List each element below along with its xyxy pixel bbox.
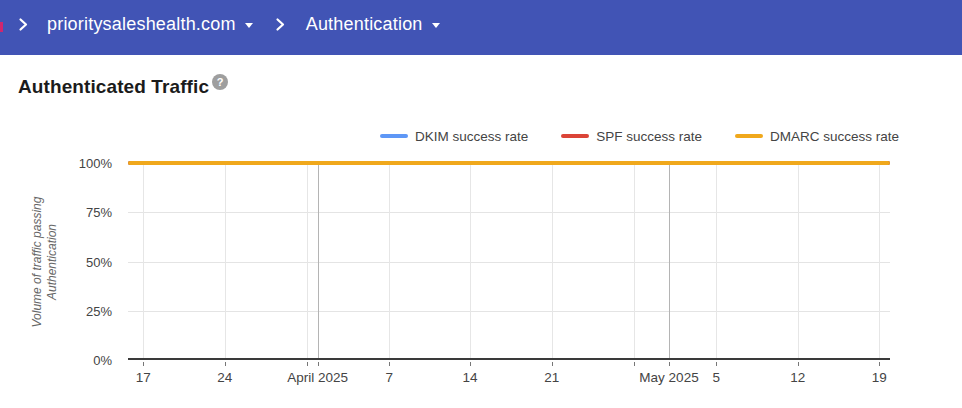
vertical-gridline bbox=[470, 163, 471, 358]
x-tick-mark bbox=[716, 362, 717, 366]
x-tick-label: 5 bbox=[671, 370, 761, 385]
x-tick-label: 21 bbox=[507, 370, 597, 385]
x-tick-mark bbox=[225, 362, 226, 366]
vertical-gridline bbox=[634, 163, 635, 358]
plot-area bbox=[128, 163, 890, 360]
cut-off-logo-fragment bbox=[0, 22, 3, 32]
x-tick-mark bbox=[318, 362, 319, 366]
legend-swatch bbox=[380, 134, 408, 138]
chevron-down-icon bbox=[245, 23, 253, 28]
vertical-gridline bbox=[716, 163, 717, 358]
chart-legend: DKIM success rateSPF success rateDMARC s… bbox=[380, 127, 899, 145]
x-tick-label: 7 bbox=[344, 370, 434, 385]
x-tick-label: 19 bbox=[834, 370, 924, 385]
legend-item: SPF success rate bbox=[561, 129, 702, 144]
breadcrumb: prioritysaleshealth.com Authentication bbox=[0, 0, 440, 55]
legend-label: SPF success rate bbox=[596, 129, 702, 144]
month-boundary-gridline bbox=[669, 163, 670, 358]
authenticated-traffic-chart: DKIM success rateSPF success rateDMARC s… bbox=[0, 115, 962, 405]
vertical-gridline bbox=[143, 163, 144, 358]
x-tick-mark bbox=[634, 362, 635, 366]
vertical-gridline bbox=[552, 163, 553, 358]
breadcrumb-section-dropdown[interactable]: Authentication bbox=[306, 14, 440, 35]
y-tick-label: 50% bbox=[0, 255, 112, 270]
app-header: prioritysaleshealth.com Authentication bbox=[0, 0, 962, 55]
x-tick-label: 12 bbox=[753, 370, 843, 385]
breadcrumb-chevron-icon bbox=[274, 17, 286, 32]
x-tick-mark bbox=[879, 362, 880, 366]
legend-swatch bbox=[561, 134, 589, 138]
page-title-row: Authenticated Traffic ? bbox=[18, 76, 228, 98]
x-tick-mark bbox=[798, 362, 799, 366]
help-icon[interactable]: ? bbox=[212, 74, 228, 90]
x-tick-mark bbox=[143, 362, 144, 366]
vertical-gridline bbox=[307, 163, 308, 358]
page-title: Authenticated Traffic bbox=[18, 76, 209, 98]
horizontal-gridline bbox=[128, 311, 890, 312]
x-tick-mark bbox=[552, 362, 553, 366]
y-tick-label: 75% bbox=[0, 205, 112, 220]
x-tick-label: 24 bbox=[180, 370, 270, 385]
legend-label: DKIM success rate bbox=[415, 129, 528, 144]
x-tick-label: 14 bbox=[425, 370, 515, 385]
y-tick-label: 100% bbox=[0, 156, 112, 171]
x-tick-mark bbox=[669, 362, 670, 366]
vertical-gridline bbox=[798, 163, 799, 358]
breadcrumb-chevron-icon bbox=[17, 17, 29, 32]
vertical-gridline bbox=[225, 163, 226, 358]
legend-swatch bbox=[735, 134, 763, 138]
y-tick-label: 0% bbox=[0, 353, 112, 368]
horizontal-gridline bbox=[128, 212, 890, 213]
x-tick-label: 17 bbox=[98, 370, 188, 385]
legend-item: DKIM success rate bbox=[380, 129, 528, 144]
legend-item: DMARC success rate bbox=[735, 129, 899, 144]
x-tick-mark bbox=[307, 362, 308, 366]
chevron-down-icon bbox=[432, 23, 440, 28]
vertical-gridline bbox=[879, 163, 880, 358]
x-tick-mark bbox=[389, 362, 390, 366]
breadcrumb-domain-label: prioritysaleshealth.com bbox=[47, 14, 236, 35]
x-tick-mark bbox=[470, 362, 471, 366]
vertical-gridline bbox=[389, 163, 390, 358]
month-boundary-gridline bbox=[318, 163, 319, 358]
series-line-dmarc bbox=[128, 161, 890, 165]
breadcrumb-domain-dropdown[interactable]: prioritysaleshealth.com bbox=[47, 14, 253, 35]
breadcrumb-section-label: Authentication bbox=[306, 14, 423, 35]
legend-label: DMARC success rate bbox=[770, 129, 899, 144]
horizontal-gridline bbox=[128, 262, 890, 263]
y-tick-label: 25% bbox=[0, 304, 112, 319]
